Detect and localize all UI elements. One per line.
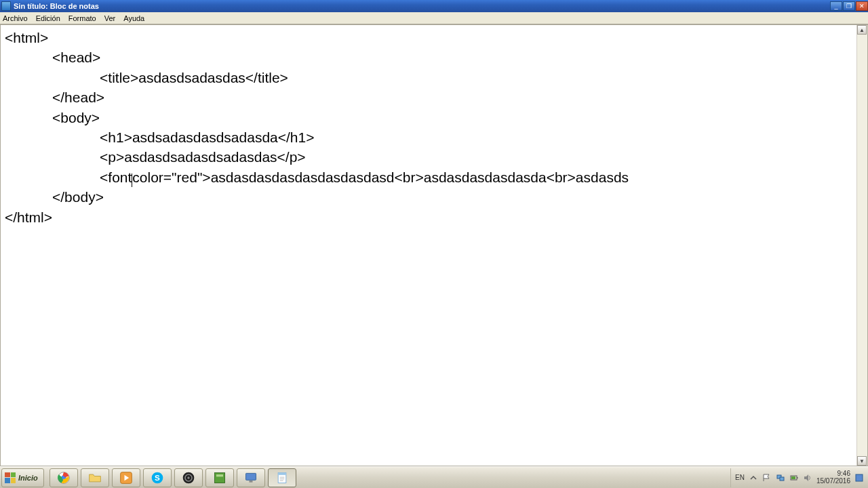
- vertical-scrollbar[interactable]: ▲ ▼: [856, 25, 867, 466]
- system-tray: EN 9:46 15/07/2016: [730, 468, 868, 487]
- obs-icon: [181, 470, 196, 485]
- text-editor[interactable]: <html> <head> <title>asdasdsadasdas</tit…: [5, 28, 855, 463]
- menu-formato[interactable]: Formato: [68, 14, 96, 22]
- window-buttons: _ ❐ ✕: [829, 1, 868, 11]
- close-button[interactable]: ✕: [856, 1, 868, 11]
- clock[interactable]: 9:46 15/07/2016: [816, 470, 850, 485]
- windows-logo-icon: [5, 472, 16, 483]
- scroll-up-button[interactable]: ▲: [857, 25, 867, 35]
- tray-battery-icon[interactable]: [789, 473, 799, 483]
- window-title: Sin título: Bloc de notas: [14, 2, 829, 10]
- window-titlebar: Sin título: Bloc de notas _ ❐ ✕: [0, 0, 868, 12]
- clock-date: 15/07/2016: [816, 478, 850, 485]
- tray-show-desktop[interactable]: [854, 473, 864, 483]
- taskbar-explorer[interactable]: [81, 468, 109, 487]
- taskbar: Inicio S: [0, 466, 868, 488]
- svg-text:S: S: [155, 473, 160, 482]
- chrome-icon: [56, 470, 71, 485]
- taskbar-chrome[interactable]: [50, 468, 78, 487]
- maximize-button[interactable]: ❐: [843, 1, 855, 11]
- app-icon: [1, 1, 11, 11]
- tray-volume-icon[interactable]: [803, 473, 812, 483]
- skype-icon: S: [150, 470, 165, 485]
- tray-network-icon[interactable]: [776, 473, 785, 483]
- taskbar-app1[interactable]: [205, 468, 234, 487]
- monitor-icon: [243, 470, 258, 485]
- folder-icon: [87, 470, 102, 485]
- start-label: Inicio: [18, 474, 38, 482]
- svg-rect-10: [245, 473, 256, 480]
- scroll-down-button[interactable]: ▼: [857, 456, 867, 466]
- start-button[interactable]: Inicio: [1, 468, 44, 487]
- svg-rect-20: [791, 476, 795, 479]
- taskbar-notepad[interactable]: [268, 468, 296, 487]
- clock-time: 9:46: [816, 470, 850, 478]
- tray-flag-icon[interactable]: [762, 473, 772, 483]
- green-app-icon: [212, 470, 227, 485]
- editor-container: <html> <head> <title>asdasdsadasdas</tit…: [0, 24, 868, 466]
- notepad-icon: [275, 470, 290, 485]
- svg-rect-8: [214, 472, 224, 483]
- menu-edicion[interactable]: Edición: [36, 14, 60, 22]
- tray-chevron-icon[interactable]: [749, 473, 758, 483]
- taskbar-obs[interactable]: [174, 468, 203, 487]
- svg-rect-11: [249, 481, 252, 483]
- play-icon: [119, 470, 134, 485]
- language-indicator[interactable]: EN: [735, 474, 745, 481]
- svg-rect-19: [797, 477, 798, 479]
- menu-ver[interactable]: Ver: [104, 14, 116, 22]
- svg-rect-9: [216, 474, 223, 476]
- taskbar-media[interactable]: [112, 468, 140, 487]
- svg-rect-21: [856, 474, 863, 481]
- taskbar-items: S: [50, 468, 296, 487]
- menu-archivo[interactable]: Archivo: [3, 14, 28, 22]
- svg-point-7: [187, 476, 189, 479]
- taskbar-app2[interactable]: [237, 468, 265, 487]
- minimize-button[interactable]: _: [830, 1, 842, 11]
- svg-rect-17: [780, 477, 784, 481]
- menu-bar: Archivo Edición Formato Ver Ayuda: [0, 12, 868, 24]
- taskbar-skype[interactable]: S: [143, 468, 172, 487]
- menu-ayuda[interactable]: Ayuda: [123, 14, 144, 22]
